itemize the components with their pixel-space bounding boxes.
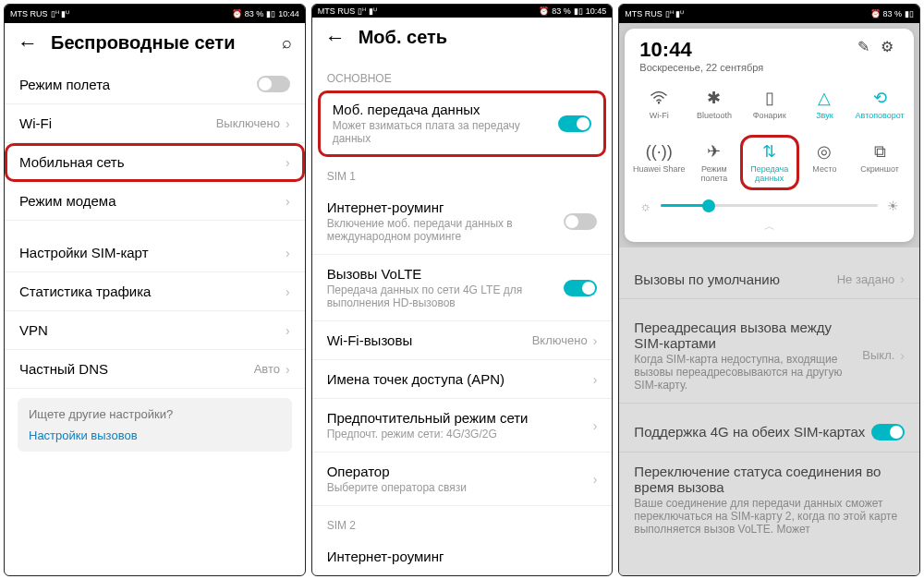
call-settings-link[interactable]: Настройки вызовов <box>29 428 281 442</box>
toggle-volte[interactable] <box>564 280 597 296</box>
section-sim1: SIM 1 <box>312 157 613 188</box>
settings-list: Режим полета Wi-Fi Выключено › Мобильная… <box>5 65 305 575</box>
row-operator[interactable]: Оператор Выберите оператора связи › <box>312 452 613 506</box>
rotate-icon: ⟲ <box>873 88 887 108</box>
back-icon[interactable]: ← <box>325 28 346 48</box>
chevron-right-icon: › <box>593 472 598 487</box>
row-mobile-network[interactable]: Мобильная сеть › <box>5 143 305 182</box>
row-airplane[interactable]: Режим полета <box>5 65 305 104</box>
row-call-forwarding[interactable]: Переадресация вызова между SIM-картами К… <box>619 308 919 404</box>
tile-bluetooth[interactable]: ✱ Bluetooth <box>687 84 741 132</box>
phone-screen-3: MTS RUS ▯ᴴ ▮ᵁ ⏰ 83 % ▮▯ 10:44 Воскресень… <box>618 4 920 576</box>
tile-huawei-share[interactable]: ((·)) Huawei Share <box>632 138 686 187</box>
row-network-mode[interactable]: Предпочтительный режим сети Предпочт. ре… <box>312 399 613 452</box>
chevron-right-icon: › <box>286 246 290 260</box>
plane-icon: ✈ <box>707 141 721 162</box>
section-sim2: SIM 2 <box>312 506 613 537</box>
status-bar: MTS RUS ▯ᴴ ▮ᵁ ⏰ 83 % ▮▯ 10:44 <box>5 5 305 23</box>
chevron-right-icon: › <box>900 348 905 363</box>
search-suggestion-box: Ищете другие настройки? Настройки вызово… <box>18 398 292 452</box>
chevron-right-icon: › <box>286 284 290 299</box>
qs-clock: 10:44 <box>639 38 763 62</box>
chevron-right-icon: › <box>286 116 290 131</box>
chevron-right-icon: › <box>286 155 290 170</box>
header: ← Моб. сеть <box>312 18 613 59</box>
row-apn[interactable]: Имена точек доступа (APN) › <box>312 360 613 399</box>
row-4g-both-sims[interactable]: Поддержка 4G на обеих SIM-картах <box>619 413 919 452</box>
wifi-icon <box>650 88 668 108</box>
qs-grid: Wi-Fi ✱ Bluetooth ▯ Фонарик △ Звук ⟲ Авт… <box>630 80 908 191</box>
row-mobile-data[interactable]: Моб. передача данных Может взиматься пла… <box>318 90 607 157</box>
header: ← Беспроводные сети ⌕ <box>5 23 305 65</box>
row-tethering[interactable]: Режим модема › <box>5 182 305 221</box>
row-roaming-sim2[interactable]: Интернет-роуминг <box>312 537 613 575</box>
screenshot-icon: ⧉ <box>874 141 886 162</box>
row-wifi-calling[interactable]: Wi-Fi-вызовы Включено › <box>312 321 613 360</box>
svg-point-0 <box>658 102 660 103</box>
search-icon[interactable]: ⌕ <box>282 33 292 53</box>
gear-icon[interactable]: ⚙ <box>875 38 899 55</box>
chevron-right-icon: › <box>593 333 598 348</box>
row-volte[interactable]: Вызовы VoLTE Передача данных по сети 4G … <box>312 255 613 321</box>
chevron-right-icon: › <box>900 271 905 286</box>
chevron-right-icon: › <box>286 362 290 377</box>
flashlight-icon: ▯ <box>765 88 774 108</box>
time-label: 10:44 <box>278 9 299 18</box>
brightness-low-icon: ☼ <box>639 199 651 213</box>
qs-date: Воскресенье, 22 сентября <box>639 62 763 73</box>
tile-screenshot[interactable]: ⧉ Скриншот <box>853 138 906 187</box>
tile-flashlight[interactable]: ▯ Фонарик <box>743 84 796 132</box>
tile-location[interactable]: ◎ Место <box>798 138 852 187</box>
drag-handle-icon[interactable]: ︿ <box>630 217 908 238</box>
row-wifi[interactable]: Wi-Fi Выключено › <box>5 104 305 143</box>
share-icon: ((·)) <box>646 141 673 162</box>
location-icon: ◎ <box>817 141 832 162</box>
quick-settings-panel: 10:44 Воскресенье, 22 сентября ✎ ⚙ Wi-Fi… <box>625 29 914 242</box>
toggle-mobile-data[interactable] <box>558 115 591 132</box>
row-default-calls[interactable]: Вызовы по умолчанию Не задано › <box>619 260 919 299</box>
chevron-right-icon: › <box>286 323 290 338</box>
status-bar: MTS RUS ▯ᴴ ▮ᵁ ⏰ 83 % ▮▯ <box>619 5 919 23</box>
background-settings: Вызовы по умолчанию Не задано › Переадре… <box>619 247 919 575</box>
tile-sound[interactable]: △ Звук <box>798 84 852 132</box>
tile-autorotate[interactable]: ⟲ Автоповорот <box>853 84 906 132</box>
row-switch-during-call[interactable]: Переключение статуса соединения во время… <box>619 452 919 547</box>
data-icon: ⇅ <box>762 141 776 162</box>
row-traffic-stats[interactable]: Статистика трафика › <box>5 272 305 311</box>
row-roaming[interactable]: Интернет-роуминг Включение моб. передачи… <box>312 188 613 255</box>
tile-wifi[interactable]: Wi-Fi <box>632 84 686 132</box>
edit-icon[interactable]: ✎ <box>851 38 875 55</box>
phone-screen-1: MTS RUS ▯ᴴ ▮ᵁ ⏰ 83 % ▮▯ 10:44 ← Беспрово… <box>4 4 306 576</box>
chevron-right-icon: › <box>593 418 598 433</box>
page-title: Беспроводные сети <box>51 32 269 54</box>
phone-screen-2: MTS RUS ▯ᴴ ▮ᵁ ⏰ 83 % ▮▯ 10:45 ← Моб. сет… <box>311 4 614 576</box>
row-vpn[interactable]: VPN › <box>5 311 305 350</box>
row-sim-settings[interactable]: Настройки SIM-карт › <box>5 234 305 272</box>
bell-icon: △ <box>818 88 831 108</box>
status-bar: MTS RUS ▯ᴴ ▮ᵁ ⏰ 83 % ▮▯ 10:45 <box>312 5 613 18</box>
row-private-dns[interactable]: Частный DNS Авто › <box>5 350 305 389</box>
search-hint: Ищете другие настройки? <box>29 407 281 421</box>
battery-label: 83 % <box>245 9 264 18</box>
toggle-airplane[interactable] <box>257 76 290 92</box>
section-main: ОСНОВНОЕ <box>312 59 613 90</box>
toggle-4g-dual[interactable] <box>871 424 905 440</box>
chevron-right-icon: › <box>286 194 290 209</box>
bluetooth-icon: ✱ <box>707 88 721 108</box>
brightness-slider[interactable]: ☼ ☀ <box>630 191 908 217</box>
page-title: Моб. сеть <box>359 27 600 48</box>
tile-airplane[interactable]: ✈ Режим полета <box>687 138 741 187</box>
chevron-right-icon: › <box>593 372 598 387</box>
back-icon[interactable]: ← <box>18 33 38 54</box>
toggle-roaming[interactable] <box>564 213 597 230</box>
brightness-high-icon: ☀ <box>887 199 899 213</box>
tile-mobile-data[interactable]: ⇅ Передача данных <box>743 138 796 187</box>
carrier-label: MTS RUS <box>10 9 48 18</box>
